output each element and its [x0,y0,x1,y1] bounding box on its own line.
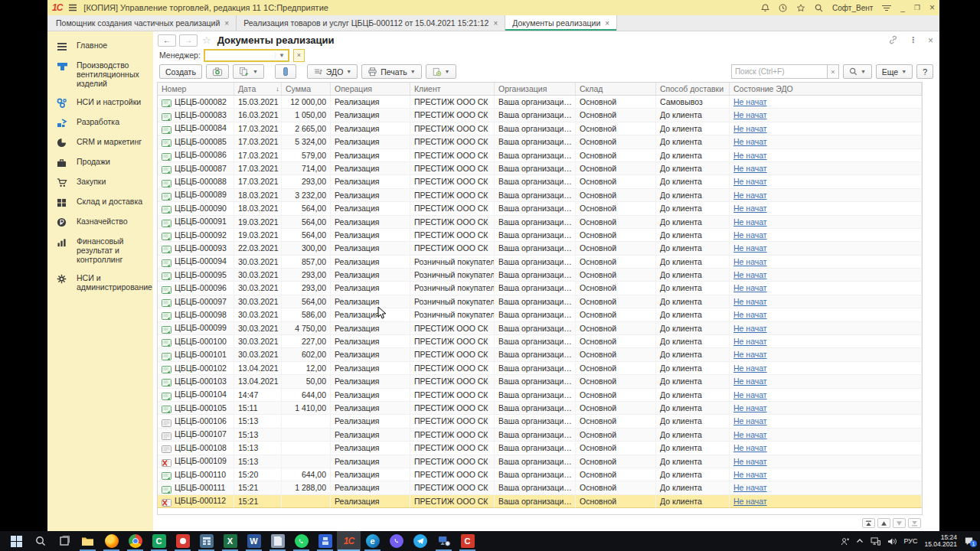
tab-2[interactable]: Реализация товаров и услуг ЦБЦБ-000112 о… [237,15,505,31]
favorites-star-icon[interactable] [796,4,805,12]
tray-network-icon[interactable] [871,537,880,546]
edo-status-link[interactable]: Не начат [733,137,767,146]
taskbar-task-view-icon[interactable] [52,531,76,551]
go-previous-button[interactable] [877,518,890,528]
table-row[interactable]: ЦБЦБ-00008316.03.20211 050,00РеализацияП… [158,109,922,122]
edo-status-link[interactable]: Не начат [733,283,767,292]
column-header-1[interactable]: Номер [158,83,234,95]
edo-status-link[interactable]: Не начат [733,443,767,452]
table-row[interactable]: ЦБЦБ-00010213.04.202112,00РеализацияПРЕС… [158,362,922,375]
edo-status-link[interactable]: Не начат [733,270,767,279]
edo-status-link[interactable]: Не начат [733,310,767,319]
create-copy-button[interactable] [206,64,229,79]
taskbar-screen-recorder-icon[interactable] [171,531,194,551]
edo-status-link[interactable]: Не начат [733,457,767,466]
tray-user-icon[interactable] [841,537,849,546]
table-row[interactable]: ЦБЦБ-00010815:13РеализацияПРЕСТИЖ ООО СК… [158,442,922,455]
create-based-on-button[interactable]: ▼ [233,64,264,79]
taskbar-edge-icon[interactable]: e [361,531,384,551]
more-actions-icon[interactable]: ⋮ [909,35,917,45]
favorite-star-icon[interactable]: ☆ [202,34,211,46]
table-row[interactable]: ЦБЦБ-00009018.03.2021564,00РеализацияПРЕ… [158,202,922,215]
taskbar-chrome-icon[interactable] [123,531,147,551]
edo-status-link[interactable]: Не начат [733,230,767,240]
edo-status-link[interactable]: Не начат [733,243,767,253]
sidebar-item-10[interactable]: Финансовый результат и контроллинг [47,232,153,269]
edo-status-link[interactable]: Не начат [733,337,767,346]
edo-status-link[interactable]: Не начат [733,217,767,227]
table-row[interactable]: ЦБЦБ-00010515:111 410,00РеализацияПРЕСТИ… [158,402,922,415]
table-row[interactable]: ЦБЦБ-00008717.03.2021714,00РеализацияПРЕ… [158,162,922,175]
manager-input[interactable] [205,51,275,60]
manager-clear-button[interactable]: × [293,49,305,62]
tab-close-icon[interactable]: × [493,19,498,28]
column-header-6[interactable]: Организация [495,83,576,95]
taskbar-whatsapp-icon[interactable] [289,531,313,551]
table-row[interactable]: ЦБЦБ-00009730.03.2021564,00РеализацияРоз… [158,295,922,308]
table-row[interactable]: ЦБЦБ-00010715:13РеализацияПРЕСТИЖ ООО СК… [158,429,922,442]
column-header-8[interactable]: Способ доставки [656,83,730,95]
main-menu-icon[interactable] [68,4,77,11]
table-row[interactable]: ЦБЦБ-00009830.03.2021586,00РеализацияРоз… [158,308,922,321]
minimize-button[interactable]: _ [900,4,905,12]
history-icon[interactable] [779,4,787,12]
table-row[interactable]: ЦБЦБ-00009219.03.2021564,00РеализацияПРЕ… [158,229,922,242]
send-email-button[interactable]: ▼ [426,64,456,79]
table-row[interactable]: ЦБЦБ-00010030.03.2021227,00РеализацияПРЕ… [158,335,922,348]
search-clear-button[interactable]: × [827,64,839,79]
table-row[interactable]: ЦБЦБ-00010313.04.202150,00РеализацияПРЕС… [158,375,922,388]
table-row[interactable]: ЦБЦБ-00011015:20644,00РеализацияПРЕСТИЖ … [158,468,922,481]
taskbar-viber-icon[interactable] [384,531,408,551]
edo-status-link[interactable]: Не начат [733,403,767,412]
edo-status-link[interactable]: Не начат [733,364,767,373]
edo-status-link[interactable]: Не начат [733,151,767,160]
tray-notifications-icon[interactable]: 1 [964,536,974,546]
taskbar-remote-pc-app-icon[interactable] [432,531,456,551]
edo-status-link[interactable]: Не начат [733,483,767,492]
edo-status-link[interactable]: Не начат [733,390,767,399]
sidebar-item-3[interactable]: НСИ и настройки [47,93,153,112]
table-row[interactable]: ЦБЦБ-00011215:21РеализацияПРЕСТИЖ ООО СК… [158,495,922,508]
go-first-button[interactable] [862,518,875,528]
table-row[interactable]: ЦБЦБ-00009630.03.2021293,00РеализацияРоз… [158,282,922,295]
table-row[interactable]: ЦБЦБ-00010915:13РеализацияПРЕСТИЖ ООО СК… [158,455,922,468]
taskbar-excel-icon[interactable]: X [218,531,242,551]
search-icon[interactable] [815,4,823,12]
advanced-search-button[interactable]: ▼ [843,64,872,79]
sidebar-item-8[interactable]: Склад и доставка [47,192,153,212]
get-link-icon[interactable] [888,34,898,47]
post-document-button[interactable] [275,64,296,79]
edo-status-link[interactable]: Не начат [733,177,767,186]
list-search-input[interactable] [731,64,827,79]
sidebar-item-6[interactable]: Продажи [47,152,153,172]
edo-status-link[interactable]: Не начат [733,470,767,479]
column-header-4[interactable]: Операция [331,83,410,95]
sidebar-item-5[interactable]: CRM и маркетинг [47,132,153,152]
create-button[interactable]: Создать [159,64,202,79]
sidebar-item-1[interactable]: Главное [47,36,153,56]
tray-chevron-icon[interactable] [856,538,864,544]
forward-button[interactable]: → [179,34,198,47]
sidebar-item-2[interactable]: Производство вентиляционных изделий [47,56,153,93]
edo-status-link[interactable]: Не начат [733,297,767,306]
tab-3[interactable]: Документы реализации× [505,15,617,31]
edo-status-link[interactable]: Не начат [733,110,767,119]
go-next-button[interactable] [893,518,906,528]
edo-menu-button[interactable]: ЭДО▼ [307,64,358,79]
taskbar-firefox-icon[interactable] [100,531,123,551]
table-row[interactable]: ЦБЦБ-00008417.03.20212 665,00РеализацияП… [158,122,922,135]
taskbar-calculator-icon[interactable] [194,531,218,551]
edo-status-link[interactable]: Не начат [733,164,767,173]
edo-status-link[interactable]: Не начат [733,324,767,333]
taskbar-file-explorer-icon[interactable] [76,531,100,551]
table-row[interactable]: ЦБЦБ-00008517.03.20215 324,00РеализацияП… [158,135,922,148]
edo-status-link[interactable]: Не начат [733,97,767,106]
sidebar-item-9[interactable]: Казначейство [47,212,153,232]
taskbar-notebook-app-icon[interactable] [266,531,289,551]
print-menu-button[interactable]: Печать▼ [361,64,421,79]
column-header-7[interactable]: Склад [576,83,656,95]
table-row[interactable]: ЦБЦБ-00008817.03.2021293,00РеализацияПРЕ… [158,175,922,188]
edo-status-link[interactable]: Не начат [733,430,767,439]
table-row[interactable]: ЦБЦБ-00011115:211 288,00РеализацияПРЕСТИ… [158,481,922,494]
notifications-bell-icon[interactable] [761,4,769,12]
